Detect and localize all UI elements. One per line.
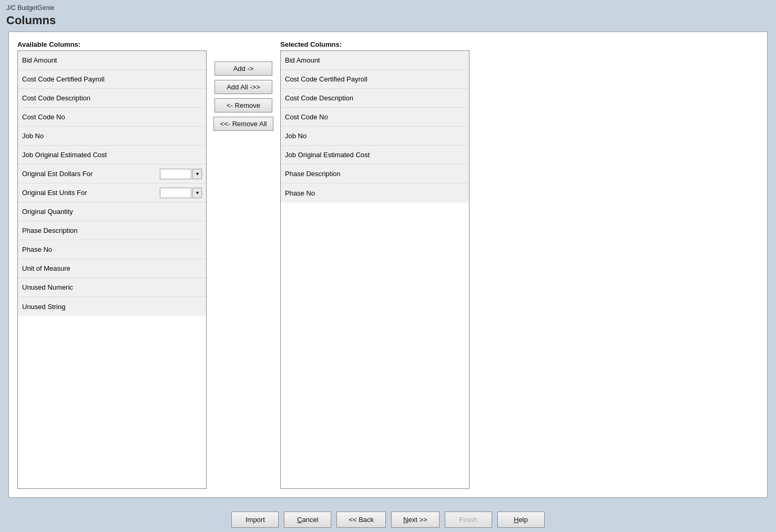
dropdown-arrow-original-est-units-for[interactable]: ▾ xyxy=(192,188,202,198)
next-button[interactable]: Next >> xyxy=(391,511,440,528)
selected-item-sel-bid-amount[interactable]: Bid Amount xyxy=(281,51,469,70)
app-title: J/C BudgetGenie xyxy=(6,4,54,12)
middle-buttons-area: Add -> Add All ->> <- Remove <<- Remove … xyxy=(207,40,280,489)
dropdown-input-original-est-units-for[interactable] xyxy=(160,188,191,198)
selected-label: Selected Columns: xyxy=(280,40,469,48)
selected-item-sel-cost-code-certified-payroll[interactable]: Cost Code Certified Payroll xyxy=(281,70,469,89)
bottom-buttons-area: Import Cancel << Back Next >> Finish Hel… xyxy=(0,504,776,532)
available-item-text-original-est-units-for: Original Est Units For xyxy=(22,189,157,197)
dropdown-original-est-dollars-for: ▾ xyxy=(160,169,202,179)
dropdown-original-est-units-for: ▾ xyxy=(160,188,202,198)
available-item-text-phase-description: Phase Description xyxy=(22,227,202,234)
available-item-cost-code-description[interactable]: Cost Code Description xyxy=(18,89,206,108)
available-item-text-bid-amount: Bid Amount xyxy=(22,56,202,64)
available-item-original-est-dollars-for[interactable]: Original Est Dollars For▾ xyxy=(18,165,206,183)
available-item-text-original-quantity: Original Quantity xyxy=(22,208,202,216)
back-button[interactable]: << Back xyxy=(336,511,386,528)
selected-item-sel-job-no[interactable]: Job No xyxy=(281,127,469,146)
available-item-unused-numeric[interactable]: Unused Numeric xyxy=(18,278,206,297)
selected-item-text-sel-job-no: Job No xyxy=(285,132,465,140)
selected-item-sel-phase-description[interactable]: Phase Description xyxy=(281,165,469,183)
available-item-job-no[interactable]: Job No xyxy=(18,127,206,146)
available-item-text-job-no: Job No xyxy=(22,132,202,140)
selected-item-text-sel-cost-code-certified-payroll: Cost Code Certified Payroll xyxy=(285,75,465,83)
selected-item-text-sel-job-original-estimated-cost: Job Original Estimated Cost xyxy=(285,151,465,159)
cancel-underline-c: Cancel xyxy=(297,516,318,524)
selected-item-sel-cost-code-no[interactable]: Cost Code No xyxy=(281,108,469,127)
selected-item-text-sel-cost-code-no: Cost Code No xyxy=(285,113,465,121)
available-item-text-phase-no: Phase No xyxy=(22,245,202,253)
available-item-cost-code-no[interactable]: Cost Code No xyxy=(18,108,206,127)
available-item-original-quantity[interactable]: Original Quantity xyxy=(18,202,206,221)
selected-list-box[interactable]: Bid AmountCost Code Certified PayrollCos… xyxy=(280,50,469,489)
selected-item-sel-job-original-estimated-cost[interactable]: Job Original Estimated Cost xyxy=(281,146,469,165)
help-button[interactable]: Help xyxy=(497,511,545,528)
available-item-text-original-est-dollars-for: Original Est Dollars For xyxy=(22,170,157,178)
selected-item-sel-phase-no[interactable]: Phase No xyxy=(281,183,469,202)
available-section: Available Columns: Bid AmountCost Code C… xyxy=(17,40,207,489)
cancel-button[interactable]: Cancel xyxy=(284,511,331,528)
available-list-box[interactable]: Bid AmountCost Code Certified PayrollCos… xyxy=(17,50,207,489)
available-item-original-est-units-for[interactable]: Original Est Units For▾ xyxy=(18,183,206,202)
available-item-phase-description[interactable]: Phase Description xyxy=(18,221,206,240)
remove-all-button[interactable]: <<- Remove All xyxy=(213,117,274,131)
selected-item-text-sel-bid-amount: Bid Amount xyxy=(285,56,465,64)
selected-item-sel-cost-code-description[interactable]: Cost Code Description xyxy=(281,89,469,108)
next-underline: Next >> xyxy=(403,516,427,524)
help-underline: Help xyxy=(514,516,528,524)
add-button[interactable]: Add -> xyxy=(215,62,272,76)
title-bar: J/C BudgetGenie xyxy=(0,0,776,13)
available-item-text-cost-code-no: Cost Code No xyxy=(22,113,202,121)
available-item-phase-no[interactable]: Phase No xyxy=(18,240,206,259)
columns-area: Available Columns: Bid AmountCost Code C… xyxy=(17,40,759,489)
available-item-cost-code-certified-payroll[interactable]: Cost Code Certified Payroll xyxy=(18,70,206,89)
available-label: Available Columns: xyxy=(17,40,207,48)
available-item-text-unused-numeric: Unused Numeric xyxy=(22,283,202,291)
available-item-unused-string[interactable]: Unused String xyxy=(18,297,206,316)
dropdown-input-original-est-dollars-for[interactable] xyxy=(160,169,191,179)
selected-item-text-sel-cost-code-description: Cost Code Description xyxy=(285,94,465,102)
finish-button[interactable]: Finish xyxy=(445,511,492,528)
import-button[interactable]: Import xyxy=(231,511,279,528)
available-item-unit-of-measure[interactable]: Unit of Measure xyxy=(18,259,206,278)
remove-button[interactable]: <- Remove xyxy=(215,98,272,112)
selected-section: Selected Columns: Bid AmountCost Code Ce… xyxy=(280,40,469,489)
add-all-button[interactable]: Add All ->> xyxy=(215,80,272,94)
main-panel: Available Columns: Bid AmountCost Code C… xyxy=(8,32,768,498)
available-item-text-job-original-estimated-cost: Job Original Estimated Cost xyxy=(22,151,202,159)
selected-item-text-sel-phase-description: Phase Description xyxy=(285,170,465,178)
available-item-text-unit-of-measure: Unit of Measure xyxy=(22,264,202,272)
available-item-bid-amount[interactable]: Bid Amount xyxy=(18,51,206,70)
available-item-text-cost-code-certified-payroll: Cost Code Certified Payroll xyxy=(22,75,202,83)
available-item-text-unused-string: Unused String xyxy=(22,303,202,311)
dropdown-arrow-original-est-dollars-for[interactable]: ▾ xyxy=(192,169,202,179)
available-item-job-original-estimated-cost[interactable]: Job Original Estimated Cost xyxy=(18,146,206,165)
page-title: Columns xyxy=(0,13,776,32)
available-item-text-cost-code-description: Cost Code Description xyxy=(22,94,202,102)
selected-item-text-sel-phase-no: Phase No xyxy=(285,189,465,197)
